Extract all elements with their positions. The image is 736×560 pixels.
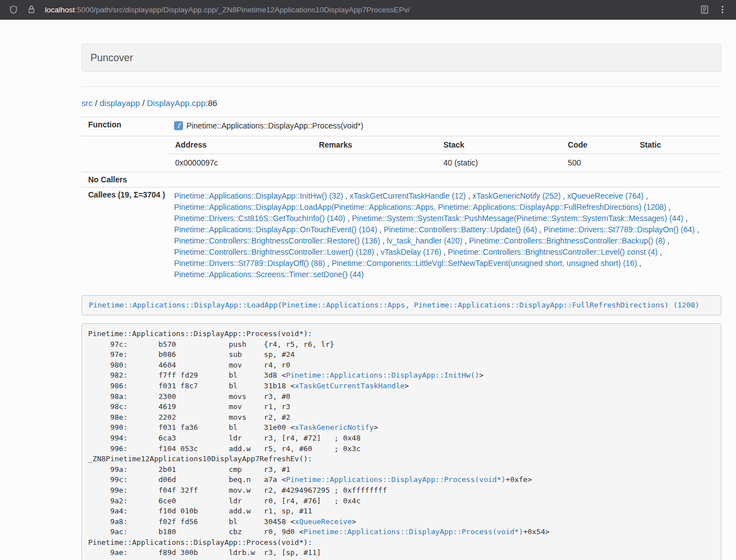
code-symbol-link[interactable]: Pinetime::Applications::DisplayApp::Init… (286, 371, 479, 379)
overflow-menu-icon[interactable] (716, 3, 729, 16)
details-cell: AddressRemarksStackCodeStatic 0x0000097c… (168, 136, 721, 172)
callee-link[interactable]: lv_task_handler (420) (387, 236, 463, 245)
details-table: AddressRemarksStackCodeStatic 0x0000097c… (168, 136, 721, 172)
detail-value-static (633, 154, 721, 172)
detail-column-code: Code (561, 136, 633, 154)
function-signature: Pinetime::Applications::DisplayApp::Proc… (186, 121, 363, 130)
detail-value-remarks (312, 154, 437, 172)
code-symbol-link[interactable]: Pinetime::Applications::DisplayApp::Proc… (286, 475, 505, 484)
details-value-row: 0x0000097c40 (static)500 (168, 154, 721, 172)
no-callers-label: No Callers (81, 172, 168, 187)
details-row-label (81, 136, 168, 172)
callee-link[interactable]: Pinetime::Controllers::BrightnessControl… (448, 247, 657, 256)
function-label: Function (81, 117, 168, 136)
callee-link[interactable]: Pinetime::Controllers::Battery::Update()… (384, 225, 537, 234)
callee-link[interactable]: Pinetime::Components::LittleVgl::SetNewT… (332, 259, 637, 268)
highlighted-symbol-box: Pinetime::Applications::DisplayApp::Load… (81, 295, 721, 315)
reader-mode-icon[interactable] (698, 3, 711, 16)
callee-link[interactable]: Pinetime::System::SystemTask::PushMessag… (352, 214, 684, 223)
code-symbol-link[interactable]: xTaskGetCurrentTaskHandle (295, 382, 405, 390)
no-callers-row: No Callers (81, 172, 721, 187)
details-header-row: AddressRemarksStackCodeStatic (168, 136, 721, 154)
detail-column-stack: Stack (437, 136, 561, 154)
callee-link[interactable]: Pinetime::Drivers::St7789::DisplayOff() … (174, 259, 325, 268)
details-row: AddressRemarksStackCodeStatic 0x0000097c… (81, 136, 721, 172)
breadcrumb: src / displayapp / DisplayApp.cpp:86 (81, 98, 721, 108)
code-symbol-link[interactable]: Pinetime::Applications::DisplayApp::Proc… (304, 527, 523, 536)
url-host: localhost (45, 6, 75, 14)
url-path: :5000/path/src/displayapp/DisplayApp.cpp… (75, 6, 410, 14)
callee-link[interactable]: xTaskGenericNotify (252) (472, 191, 560, 200)
detail-column-remarks: Remarks (312, 136, 437, 154)
callee-link[interactable]: xTaskGetCurrentTaskHandle (12) (350, 191, 466, 200)
divider (81, 86, 721, 87)
callee-link[interactable]: xQueueReceive (764) (567, 191, 643, 200)
breadcrumb-link-src[interactable]: src (81, 98, 93, 108)
page-content: Puncover src / displayapp / DisplayApp.c… (81, 44, 721, 560)
navbar: Puncover (81, 44, 721, 72)
callees-list: Pinetime::Applications::DisplayApp::Init… (168, 187, 721, 283)
callee-link[interactable]: Pinetime::Controllers::BrightnessControl… (469, 236, 665, 245)
code-symbol-link[interactable]: xQueueReceive (295, 517, 352, 526)
function-type-icon: f (174, 121, 183, 133)
callee-link[interactable]: Pinetime::Applications::DisplayApp::Load… (174, 203, 666, 212)
browser-toolbar: localhost:5000/path/src/displayapp/Displ… (0, 0, 736, 20)
breadcrumb-link-displayapp[interactable]: displayapp (100, 98, 140, 108)
detail-value-code: 500 (561, 154, 633, 172)
detail-value-stack: 40 (static) (437, 154, 561, 172)
no-callers-cell (168, 172, 721, 187)
highlighted-symbol-link[interactable]: Pinetime::Applications::DisplayApp::Load… (89, 301, 700, 309)
code-symbol-link[interactable]: xTaskGenericNotify (295, 423, 374, 432)
detail-column-address: Address (168, 136, 312, 154)
breadcrumb-link-file[interactable]: DisplayApp.cpp (147, 98, 205, 108)
disassembly-block: Pinetime::Applications::DisplayApp::Proc… (81, 323, 721, 560)
site-identity-lock-icon[interactable] (25, 3, 38, 16)
callee-link[interactable]: Pinetime::Applications::Screens::Timer::… (174, 270, 364, 279)
detail-value-address: 0x0000097c (168, 154, 312, 172)
function-row: Function f Pinetime::Applications::Displ… (81, 117, 721, 136)
disassembly-code: Pinetime::Applications::DisplayApp::Proc… (88, 329, 550, 560)
brand-link[interactable]: Puncover (90, 52, 133, 64)
callee-link[interactable]: vTaskDelay (176) (381, 247, 441, 256)
detail-column-static: Static (633, 136, 721, 154)
tracking-protection-shield-icon[interactable] (7, 3, 20, 16)
function-signature-cell: f Pinetime::Applications::DisplayApp::Pr… (168, 117, 721, 136)
callees-label: Callees (19, Σ=3704 ) (81, 187, 168, 283)
callees-row: Callees (19, Σ=3704 ) Pinetime::Applicat… (81, 187, 721, 283)
callee-link[interactable]: Pinetime::Controllers::BrightnessControl… (174, 236, 380, 245)
url-bar[interactable]: localhost:5000/path/src/displayapp/Displ… (45, 6, 693, 14)
callee-link[interactable]: Pinetime::Drivers::St7789::DisplayOn() (… (543, 225, 694, 234)
callee-link[interactable]: Pinetime::Applications::DisplayApp::OnTo… (174, 225, 377, 234)
callee-link[interactable]: Pinetime::Controllers::BrightnessControl… (174, 247, 374, 256)
callee-link[interactable]: Pinetime::Drivers::Cst816S::GetTouchInfo… (174, 214, 345, 223)
callee-link[interactable]: Pinetime::Applications::DisplayApp::Init… (174, 191, 343, 200)
function-table: Function f Pinetime::Applications::Displ… (81, 117, 721, 283)
